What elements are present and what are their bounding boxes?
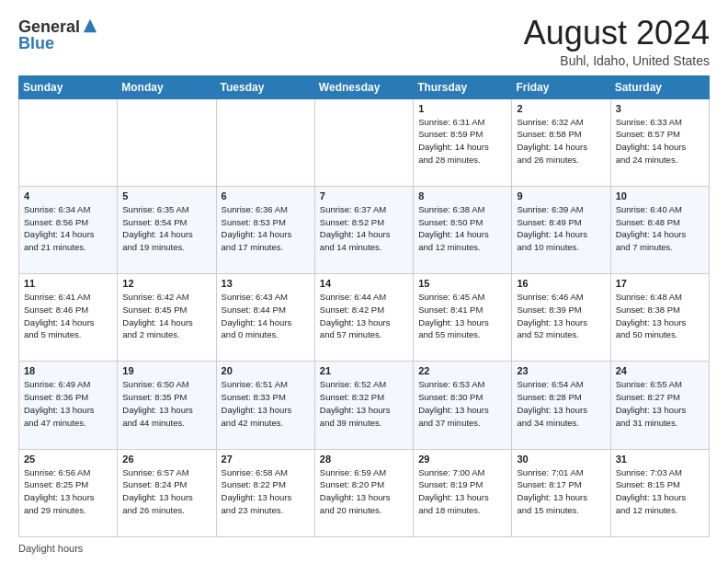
day-number: 7 — [320, 190, 408, 201]
header: General Blue August 2024 Buhl, Idaho, Un… — [18, 15, 710, 68]
day-info: Sunrise: 6:57 AM Sunset: 8:24 PM Dayligh… — [122, 466, 210, 517]
col-header-thursday: Thursday — [414, 75, 512, 98]
week-row-2: 11Sunrise: 6:41 AM Sunset: 8:46 PM Dayli… — [19, 274, 710, 362]
day-number: 31 — [616, 454, 704, 465]
week-row-1: 4Sunrise: 6:34 AM Sunset: 8:56 PM Daylig… — [19, 186, 710, 273]
day-info: Sunrise: 6:46 AM Sunset: 8:39 PM Dayligh… — [517, 291, 605, 341]
logo-general: General — [18, 18, 80, 35]
day-info: Sunrise: 6:39 AM Sunset: 8:49 PM Dayligh… — [517, 203, 605, 254]
day-info: Sunrise: 6:37 AM Sunset: 8:52 PM Dayligh… — [320, 203, 408, 254]
calendar-cell: 6Sunrise: 6:36 AM Sunset: 8:53 PM Daylig… — [216, 186, 314, 273]
day-info: Sunrise: 6:58 AM Sunset: 8:22 PM Dayligh… — [222, 466, 310, 517]
day-number: 27 — [222, 454, 310, 465]
day-info: Sunrise: 6:55 AM Sunset: 8:27 PM Dayligh… — [616, 378, 704, 429]
calendar-cell: 26Sunrise: 6:57 AM Sunset: 8:24 PM Dayli… — [118, 449, 216, 536]
week-row-0: 1Sunrise: 6:31 AM Sunset: 8:59 PM Daylig… — [19, 98, 710, 186]
day-info: Sunrise: 6:35 AM Sunset: 8:54 PM Dayligh… — [122, 203, 210, 254]
calendar-cell: 16Sunrise: 6:46 AM Sunset: 8:39 PM Dayli… — [512, 274, 610, 362]
calendar-cell: 25Sunrise: 6:56 AM Sunset: 8:25 PM Dayli… — [19, 449, 118, 536]
calendar-cell: 1Sunrise: 6:31 AM Sunset: 8:59 PM Daylig… — [414, 98, 512, 186]
day-info: Sunrise: 6:36 AM Sunset: 8:53 PM Dayligh… — [222, 203, 310, 254]
calendar-cell: 24Sunrise: 6:55 AM Sunset: 8:27 PM Dayli… — [610, 362, 709, 449]
day-info: Sunrise: 6:54 AM Sunset: 8:28 PM Dayligh… — [517, 378, 605, 429]
calendar-cell: 17Sunrise: 6:48 AM Sunset: 8:38 PM Dayli… — [610, 274, 709, 362]
day-info: Sunrise: 7:01 AM Sunset: 8:17 PM Dayligh… — [517, 466, 605, 517]
calendar-cell: 9Sunrise: 6:39 AM Sunset: 8:49 PM Daylig… — [512, 186, 610, 273]
day-number: 3 — [616, 103, 704, 114]
calendar-cell: 5Sunrise: 6:35 AM Sunset: 8:54 PM Daylig… — [118, 186, 216, 273]
logo: General Blue — [18, 15, 98, 52]
calendar-cell: 10Sunrise: 6:40 AM Sunset: 8:48 PM Dayli… — [610, 186, 709, 273]
day-info: Sunrise: 6:59 AM Sunset: 8:20 PM Dayligh… — [320, 466, 408, 517]
day-number: 13 — [222, 278, 310, 289]
day-info: Sunrise: 6:48 AM Sunset: 8:38 PM Dayligh… — [616, 291, 704, 341]
calendar-cell: 19Sunrise: 6:50 AM Sunset: 8:35 PM Dayli… — [118, 362, 216, 449]
calendar-cell — [216, 98, 314, 186]
daylight-hours-label: Daylight hours — [18, 543, 83, 554]
day-info: Sunrise: 6:42 AM Sunset: 8:45 PM Dayligh… — [122, 291, 210, 341]
calendar-cell: 18Sunrise: 6:49 AM Sunset: 8:36 PM Dayli… — [19, 362, 118, 449]
calendar-cell: 21Sunrise: 6:52 AM Sunset: 8:32 PM Dayli… — [314, 362, 413, 449]
day-info: Sunrise: 6:56 AM Sunset: 8:25 PM Dayligh… — [24, 466, 112, 517]
day-info: Sunrise: 6:45 AM Sunset: 8:41 PM Dayligh… — [418, 291, 506, 341]
week-row-4: 25Sunrise: 6:56 AM Sunset: 8:25 PM Dayli… — [19, 449, 710, 536]
day-number: 26 — [122, 454, 210, 465]
day-number: 29 — [418, 454, 506, 465]
day-number: 16 — [517, 278, 605, 289]
day-number: 21 — [320, 365, 408, 376]
day-number: 17 — [616, 278, 704, 289]
col-header-monday: Monday — [118, 75, 216, 98]
title-block: August 2024 Buhl, Idaho, United States — [524, 15, 710, 68]
calendar-cell: 13Sunrise: 6:43 AM Sunset: 8:44 PM Dayli… — [216, 274, 314, 362]
day-info: Sunrise: 6:43 AM Sunset: 8:44 PM Dayligh… — [222, 291, 310, 341]
day-number: 18 — [24, 365, 112, 376]
calendar-cell: 30Sunrise: 7:01 AM Sunset: 8:17 PM Dayli… — [512, 449, 610, 536]
day-number: 1 — [418, 103, 506, 114]
col-header-sunday: Sunday — [19, 75, 118, 98]
svg-marker-0 — [84, 19, 97, 32]
calendar-cell: 2Sunrise: 6:32 AM Sunset: 8:58 PM Daylig… — [512, 98, 610, 186]
calendar-cell: 8Sunrise: 6:38 AM Sunset: 8:50 PM Daylig… — [414, 186, 512, 273]
day-info: Sunrise: 7:00 AM Sunset: 8:19 PM Dayligh… — [418, 466, 506, 517]
calendar-header-row: SundayMondayTuesdayWednesdayThursdayFrid… — [19, 75, 710, 98]
calendar-cell: 15Sunrise: 6:45 AM Sunset: 8:41 PM Dayli… — [414, 274, 512, 362]
day-number: 22 — [418, 365, 506, 376]
footer-note: Daylight hours — [18, 543, 710, 554]
calendar: SundayMondayTuesdayWednesdayThursdayFrid… — [18, 75, 710, 537]
day-info: Sunrise: 6:38 AM Sunset: 8:50 PM Dayligh… — [418, 203, 506, 254]
day-number: 6 — [222, 190, 310, 201]
col-header-tuesday: Tuesday — [216, 75, 314, 98]
day-number: 5 — [122, 190, 210, 201]
day-number: 14 — [320, 278, 408, 289]
calendar-cell: 7Sunrise: 6:37 AM Sunset: 8:52 PM Daylig… — [314, 186, 413, 273]
calendar-cell: 12Sunrise: 6:42 AM Sunset: 8:45 PM Dayli… — [118, 274, 216, 362]
calendar-cell: 22Sunrise: 6:53 AM Sunset: 8:30 PM Dayli… — [414, 362, 512, 449]
day-info: Sunrise: 6:31 AM Sunset: 8:59 PM Dayligh… — [418, 116, 506, 167]
calendar-cell: 3Sunrise: 6:33 AM Sunset: 8:57 PM Daylig… — [610, 98, 709, 186]
calendar-cell — [118, 98, 216, 186]
day-number: 9 — [517, 190, 605, 201]
day-number: 8 — [418, 190, 506, 201]
calendar-cell: 4Sunrise: 6:34 AM Sunset: 8:56 PM Daylig… — [19, 186, 118, 273]
day-number: 23 — [517, 365, 605, 376]
calendar-cell: 11Sunrise: 6:41 AM Sunset: 8:46 PM Dayli… — [19, 274, 118, 362]
day-number: 12 — [122, 278, 210, 289]
day-info: Sunrise: 6:52 AM Sunset: 8:32 PM Dayligh… — [320, 378, 408, 429]
calendar-cell: 29Sunrise: 7:00 AM Sunset: 8:19 PM Dayli… — [414, 449, 512, 536]
day-number: 15 — [418, 278, 506, 289]
day-info: Sunrise: 6:51 AM Sunset: 8:33 PM Dayligh… — [222, 378, 310, 429]
col-header-saturday: Saturday — [610, 75, 709, 98]
calendar-cell: 20Sunrise: 6:51 AM Sunset: 8:33 PM Dayli… — [216, 362, 314, 449]
day-info: Sunrise: 6:41 AM Sunset: 8:46 PM Dayligh… — [24, 291, 112, 341]
col-header-friday: Friday — [512, 75, 610, 98]
calendar-cell: 14Sunrise: 6:44 AM Sunset: 8:42 PM Dayli… — [314, 274, 413, 362]
day-number: 11 — [24, 278, 112, 289]
calendar-cell: 28Sunrise: 6:59 AM Sunset: 8:20 PM Dayli… — [314, 449, 413, 536]
calendar-cell: 31Sunrise: 7:03 AM Sunset: 8:15 PM Dayli… — [610, 449, 709, 536]
day-number: 24 — [616, 365, 704, 376]
day-number: 20 — [222, 365, 310, 376]
day-number: 28 — [320, 454, 408, 465]
day-number: 4 — [24, 190, 112, 201]
day-info: Sunrise: 6:40 AM Sunset: 8:48 PM Dayligh… — [616, 203, 704, 254]
day-info: Sunrise: 6:33 AM Sunset: 8:57 PM Dayligh… — [616, 116, 704, 167]
